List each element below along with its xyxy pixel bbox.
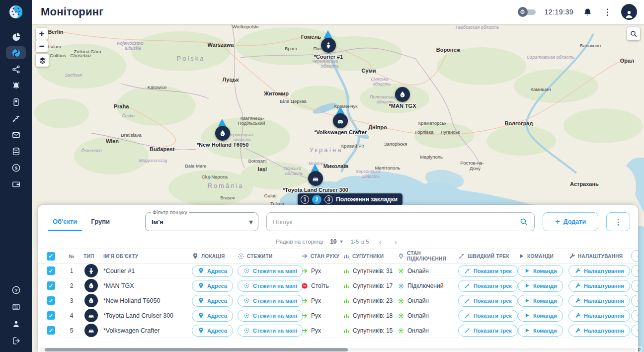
table-row[interactable]: ✓ 2 *MAN TGX Адреса Стежити на мапі Стої… <box>38 278 638 293</box>
settings-button[interactable]: Налаштування <box>568 310 630 322</box>
sidebar-item-devices[interactable] <box>6 95 26 108</box>
chevron-down-icon: ▾ <box>249 217 253 227</box>
type-icon-tank <box>84 294 98 307</box>
sidebar-item-monitoring[interactable] <box>6 46 26 59</box>
pagination: Рядків на сторінці 10▼ 1-5 із 5 ‹ › <box>38 235 638 249</box>
address-button[interactable]: Адреса <box>192 325 233 337</box>
rows-per-page-select[interactable]: 10▼ <box>330 238 343 245</box>
column-action-button[interactable] <box>631 250 638 262</box>
show-track-button[interactable]: Показати трек <box>458 265 518 277</box>
table-row[interactable]: ✓ 5 *Volkswagen Crafter Адреса Стежити н… <box>38 323 638 338</box>
map-marker-toyota[interactable]: *Toyota Land Cruiser 300 <box>308 171 323 186</box>
address-button[interactable]: Адреса <box>192 310 233 322</box>
col-number: № <box>63 254 80 259</box>
table-row[interactable]: ✓ 3 *New Holland T6050 Адреса Стежити на… <box>38 293 638 308</box>
follow-on-map-button[interactable]: Стежити на мапі <box>238 325 303 337</box>
horizontal-scrollbar[interactable] <box>40 348 636 352</box>
sidebar-item-help[interactable] <box>6 283 26 296</box>
header-menu-button[interactable]: ⋮ <box>601 6 613 18</box>
online-icon <box>398 312 404 319</box>
follow-on-map-button[interactable]: Стежити на мапі <box>238 310 303 322</box>
sidebar-item-logout[interactable] <box>6 334 26 347</box>
map-zoom-in-button[interactable]: + <box>36 28 48 40</box>
sidebar-item-billing[interactable] <box>6 161 26 174</box>
search-input[interactable] <box>273 218 519 226</box>
row-checkbox[interactable]: ✓ <box>47 281 55 290</box>
user-icon <box>11 319 21 329</box>
avatar[interactable] <box>621 4 637 20</box>
row-checkbox[interactable]: ✓ <box>47 311 55 320</box>
play-icon <box>524 267 530 274</box>
map-layers-button[interactable] <box>36 54 49 67</box>
sidebar-item-share[interactable] <box>6 63 26 76</box>
map-marker-courier[interactable]: *Courier #1 <box>321 38 336 53</box>
commands-button[interactable]: Команди <box>518 310 563 322</box>
page-next-button[interactable]: › <box>392 238 400 246</box>
settings-button[interactable]: Налаштування <box>568 295 630 307</box>
settings-button[interactable]: Налаштування <box>568 325 630 337</box>
wrench-icon <box>574 267 581 274</box>
show-track-button[interactable]: Показати трек <box>458 280 518 292</box>
scrollbar-thumb[interactable] <box>45 348 348 352</box>
bookmark-3[interactable]: 3 <box>324 195 333 204</box>
row-checkbox[interactable]: ✓ <box>47 266 55 275</box>
sidebar-item-dashboard[interactable] <box>6 30 26 43</box>
motion-status: Рух <box>301 267 321 274</box>
notifications-button[interactable] <box>581 6 593 18</box>
follow-on-map-button[interactable]: Стежити на мапі <box>238 295 303 307</box>
row-action-button[interactable] <box>631 280 638 292</box>
map-zoom-out-button[interactable]: − <box>36 40 48 52</box>
address-button[interactable]: Адреса <box>192 295 233 307</box>
add-object-button[interactable]: + Додати <box>543 212 598 231</box>
settings-button[interactable]: Налаштування <box>568 265 630 277</box>
row-action-button[interactable] <box>631 295 638 307</box>
commands-button[interactable]: Команди <box>518 325 563 337</box>
follow-on-map-button[interactable]: Стежити на мапі <box>238 265 303 277</box>
row-checkbox[interactable]: ✓ <box>47 296 55 305</box>
show-track-button[interactable]: Показати трек <box>458 295 518 307</box>
top-header: Моніторинг ⚙ 12:19:39 ⋮ <box>32 0 644 24</box>
sidebar-item-routes[interactable] <box>6 112 26 125</box>
sidebar-item-wallet[interactable] <box>6 177 26 190</box>
commands-button[interactable]: Команди <box>518 295 563 307</box>
panel-menu-button[interactable]: ⋮ <box>606 212 630 231</box>
commands-button[interactable]: Команди <box>518 265 563 277</box>
map-marker-man-tgx[interactable]: *MAN TGX <box>395 87 410 102</box>
show-track-button[interactable]: Показати трек <box>458 325 518 337</box>
sidebar-item-profile[interactable] <box>6 317 26 330</box>
show-track-button[interactable]: Показати трек <box>458 310 518 322</box>
tab-groups[interactable]: Групи <box>86 214 115 230</box>
map-marker-volkswagen[interactable]: *Volkswagen Crafter <box>333 113 348 128</box>
bookmark-2[interactable]: 2 <box>312 195 322 204</box>
row-action-button[interactable] <box>631 310 638 322</box>
theme-toggle[interactable]: ⚙ <box>518 6 537 17</box>
stopped-icon <box>301 282 308 289</box>
select-all-checkbox[interactable]: ✓ <box>47 252 55 261</box>
search-filter-select[interactable]: Фільтр пошуку Ім'я ▾ <box>145 212 258 231</box>
commands-button[interactable]: Команди <box>518 280 563 292</box>
online-icon <box>398 327 404 334</box>
table-header: ✓ № ТИП ІМ'Я ОБ'ЄКТУ ЛОКАЦІЯ СТЕЖИТИ СТА… <box>38 249 638 264</box>
bookmark-1[interactable]: 1 <box>301 195 309 204</box>
table-row[interactable]: ✓ 4 *Toyota Land Cruiser 300 Адреса Стеж… <box>38 308 638 323</box>
map-search-button[interactable] <box>627 27 640 40</box>
sidebar-item-notifications[interactable] <box>6 79 26 92</box>
sidebar-item-news[interactable] <box>6 300 26 313</box>
address-button[interactable]: Адреса <box>192 265 233 277</box>
row-checkbox[interactable]: ✓ <box>47 326 55 335</box>
row-action-button[interactable] <box>631 325 638 337</box>
col-name: ІМ'Я ОБ'ЄКТУ <box>103 254 192 259</box>
follow-on-map-button[interactable]: Стежити на мапі <box>238 280 303 292</box>
sidebar-item-messages[interactable] <box>6 128 26 141</box>
settings-button[interactable]: Налаштування <box>568 280 630 292</box>
map-marker-new-holland[interactable]: *New Holland T6050 <box>215 126 230 141</box>
pin-icon <box>198 312 204 319</box>
connection-status: Онлайн <box>398 297 429 304</box>
sidebar-item-database[interactable] <box>6 145 26 158</box>
tab-objects[interactable]: Об'єкти <box>48 214 82 230</box>
satellites-status: Супутників: 17 <box>343 282 393 289</box>
table-row[interactable]: ✓ 1 *Courier #1 Адреса Стежити на мапі Р… <box>38 264 638 278</box>
page-prev-button[interactable]: ‹ <box>376 238 385 246</box>
row-action-button[interactable] <box>631 265 638 277</box>
address-button[interactable]: Адреса <box>192 280 233 292</box>
